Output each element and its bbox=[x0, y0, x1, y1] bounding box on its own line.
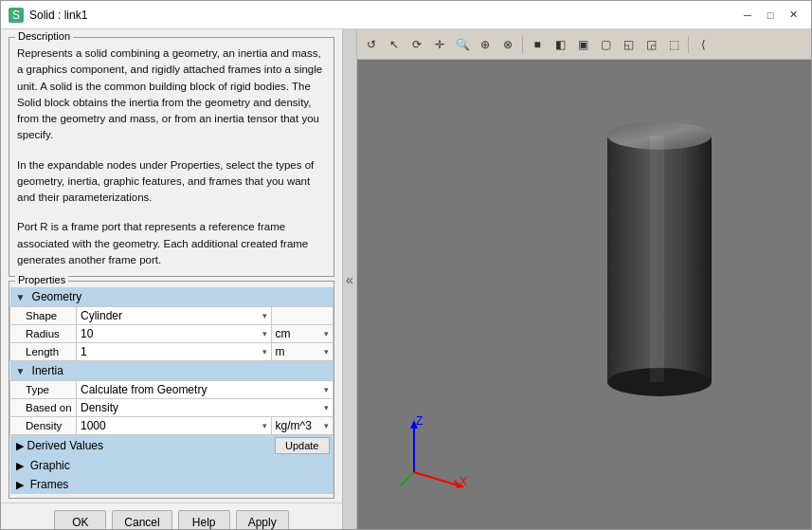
inertia-label: Inertia bbox=[32, 364, 63, 377]
frames-expand-icon[interactable]: ▶ bbox=[16, 479, 24, 490]
tb-zoom-button[interactable]: 🔍 bbox=[452, 34, 473, 55]
tb-cursor-button[interactable]: ↖ bbox=[384, 34, 405, 55]
length-dropdown-icon[interactable]: ▾ bbox=[262, 347, 267, 356]
basedon-label: Based on bbox=[10, 399, 77, 417]
minimize-button[interactable]: ─ bbox=[737, 5, 758, 26]
density-dropdown-icon[interactable]: ▾ bbox=[262, 421, 267, 430]
type-dropdown-icon[interactable]: ▾ bbox=[324, 385, 329, 394]
svg-rect-3 bbox=[650, 136, 664, 382]
density-label: Density bbox=[10, 417, 77, 435]
coordinate-axes: Z X bbox=[395, 415, 471, 491]
radius-unit-dropdown-icon[interactable]: ▾ bbox=[324, 329, 329, 338]
tb-view6-button[interactable]: ◲ bbox=[641, 34, 661, 55]
close-button[interactable]: ✕ bbox=[783, 5, 803, 26]
length-value[interactable]: 1 ▾ bbox=[77, 343, 272, 361]
cancel-button[interactable]: Cancel bbox=[112, 510, 171, 530]
derived-values-row: ▶ Derived Values Update bbox=[10, 435, 334, 457]
basedon-dropdown-icon[interactable]: ▾ bbox=[324, 403, 329, 412]
right-panel: ↺ ↖ ⟳ ✛ 🔍 ⊕ ⊗ ■ ◧ ▣ ▢ ◱ ◲ ⬚ ⟨ bbox=[357, 29, 811, 529]
help-button[interactable]: Help bbox=[178, 510, 230, 530]
radius-row: Radius 10 ▾ cm ▾ bbox=[10, 325, 334, 343]
svg-line-7 bbox=[414, 472, 461, 486]
tb-extra-button[interactable]: ⟨ bbox=[693, 34, 713, 55]
maximize-button[interactable]: □ bbox=[760, 5, 781, 26]
collapse-icon: « bbox=[346, 272, 353, 287]
length-label: Length bbox=[10, 343, 77, 361]
title-buttons: ─ □ ✕ bbox=[737, 5, 803, 26]
window-title: Solid : link1 bbox=[29, 9, 87, 22]
shape-value[interactable]: Cylinder ▾ bbox=[77, 307, 272, 325]
apply-button[interactable]: Apply bbox=[236, 510, 289, 530]
inertia-expand-icon: ▼ bbox=[16, 366, 26, 376]
graphic-section-row[interactable]: ▶ Graphic bbox=[10, 456, 334, 475]
description-area: Description Represents a solid combining… bbox=[1, 29, 342, 281]
shape-row: Shape Cylinder ▾ bbox=[10, 307, 334, 325]
shape-label: Shape bbox=[10, 307, 77, 325]
geometry-section-header[interactable]: ▼ Geometry bbox=[10, 287, 334, 307]
shape-dropdown-icon[interactable]: ▾ bbox=[262, 311, 267, 320]
frames-label: Frames bbox=[30, 478, 69, 491]
basedon-row: Based on Density ▾ bbox=[10, 399, 334, 417]
title-bar-left: S Solid : link1 bbox=[9, 8, 87, 23]
basedon-value[interactable]: Density ▾ bbox=[77, 399, 334, 417]
collapse-handle[interactable]: « bbox=[342, 29, 357, 529]
density-value[interactable]: 1000 ▾ bbox=[77, 417, 272, 435]
geometry-label: Geometry bbox=[32, 290, 82, 303]
type-value[interactable]: Calculate from Geometry ▾ bbox=[77, 381, 334, 399]
tb-view3-button[interactable]: ▣ bbox=[572, 34, 593, 55]
tb-zoomin-button[interactable]: ⊕ bbox=[475, 34, 496, 55]
left-panel: Description Represents a solid combining… bbox=[1, 29, 342, 529]
tb-view7-button[interactable]: ⬚ bbox=[663, 34, 684, 55]
radius-label: Radius bbox=[10, 325, 77, 343]
tb-view5-button[interactable]: ◱ bbox=[618, 34, 639, 55]
svg-text:X: X bbox=[460, 475, 467, 488]
tb-zoomout-button[interactable]: ⊗ bbox=[497, 34, 518, 55]
density-unit[interactable]: kg/m^3 ▾ bbox=[271, 417, 333, 435]
tb-reset-button[interactable]: ↺ bbox=[361, 34, 382, 55]
properties-table: ▼ Geometry Shape Cylinder ▾ bbox=[9, 287, 334, 494]
tb-separator-2 bbox=[688, 36, 689, 53]
length-unit-dropdown-icon[interactable]: ▾ bbox=[324, 347, 329, 356]
properties-area: Properties ▼ Geometry Shape bbox=[1, 281, 342, 503]
density-row: Density 1000 ▾ kg/m^3 ▾ bbox=[10, 417, 334, 435]
graphic-label: Graphic bbox=[30, 459, 70, 472]
main-content: Description Represents a solid combining… bbox=[1, 29, 811, 529]
svg-line-10 bbox=[400, 472, 414, 486]
inertia-section-header[interactable]: ▼ Inertia bbox=[10, 361, 334, 381]
toolbar-3d: ↺ ↖ ⟳ ✛ 🔍 ⊕ ⊗ ■ ◧ ▣ ▢ ◱ ◲ ⬚ ⟨ bbox=[357, 29, 811, 60]
tb-view4-button[interactable]: ▢ bbox=[595, 34, 616, 55]
app-icon: S bbox=[9, 8, 24, 23]
graphic-expand-icon[interactable]: ▶ bbox=[16, 460, 24, 471]
radius-dropdown-icon[interactable]: ▾ bbox=[262, 329, 267, 338]
derived-expand-icon[interactable]: ▶ bbox=[16, 440, 24, 452]
update-button[interactable]: Update bbox=[275, 437, 329, 454]
tb-pan-button[interactable]: ✛ bbox=[429, 34, 450, 55]
frames-section-row[interactable]: ▶ Frames bbox=[10, 475, 334, 494]
length-row: Length 1 ▾ m ▾ bbox=[10, 343, 334, 361]
main-window: S Solid : link1 ─ □ ✕ Description Repres… bbox=[0, 0, 812, 530]
viewport-3d[interactable]: Z X bbox=[357, 60, 811, 529]
tb-view1-button[interactable]: ■ bbox=[527, 34, 548, 55]
description-text: Represents a solid combining a geometry,… bbox=[17, 46, 326, 144]
tb-view2-button[interactable]: ◧ bbox=[550, 34, 570, 55]
description-text-3: Port R is a frame port that represents a… bbox=[17, 219, 326, 268]
geometry-expand-icon: ▼ bbox=[16, 292, 26, 302]
density-unit-dropdown-icon[interactable]: ▾ bbox=[324, 421, 329, 430]
radius-value[interactable]: 10 ▾ bbox=[77, 325, 272, 343]
tb-separator-1 bbox=[522, 36, 523, 53]
derived-values-label: Derived Values bbox=[27, 439, 103, 452]
length-unit[interactable]: m ▾ bbox=[271, 343, 333, 361]
shape-unit bbox=[271, 307, 333, 325]
svg-text:Z: Z bbox=[416, 415, 423, 428]
description-label: Description bbox=[15, 30, 73, 42]
title-bar: S Solid : link1 ─ □ ✕ bbox=[1, 1, 811, 29]
description-text-2: In the expandable nodes under Properties… bbox=[17, 157, 326, 207]
type-label: Type bbox=[10, 381, 77, 399]
radius-unit[interactable]: cm ▾ bbox=[271, 325, 333, 343]
type-row: Type Calculate from Geometry ▾ bbox=[10, 381, 334, 399]
tb-rotate-button[interactable]: ⟳ bbox=[406, 34, 427, 55]
properties-label: Properties bbox=[15, 274, 68, 285]
ok-button[interactable]: OK bbox=[54, 510, 106, 530]
bottom-bar: OK Cancel Help Apply bbox=[1, 503, 342, 529]
cylinder-shape bbox=[598, 117, 721, 401]
